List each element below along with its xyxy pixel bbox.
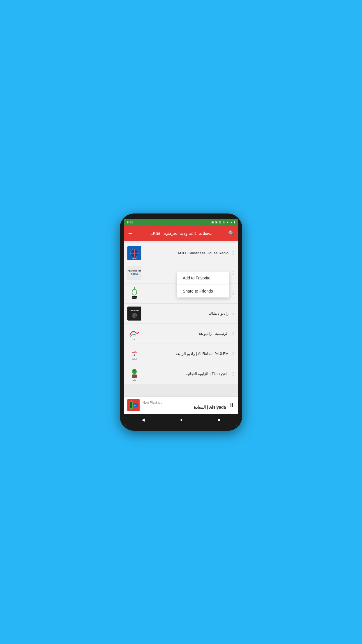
phone-screen: 9:35 ▣ ▣ ▤ ◎ ▼ ▲ ▮ ← محطات إذاعة ولاية ا… [124,219,238,426]
nav-back-button[interactable]: ◀ [142,417,145,422]
sd-icon: ▤ [219,221,222,224]
sim1-icon: ▣ [211,221,214,224]
nav-recent-button[interactable]: ■ [218,417,220,422]
context-menu: Add to Favorite Share to Friends [177,272,229,298]
nav-home-button[interactable]: ● [180,417,182,422]
overlay-dim [124,241,238,396]
svg-text:SD: SD [134,404,137,407]
content-area: FM100 FM100 Sudanese House Radio Khartou… [124,241,238,396]
status-time: 9:35 [127,220,133,224]
add-to-favorite-button[interactable]: Add to Favorite [177,272,229,285]
status-bar: 9:35 ▣ ▣ ▤ ◎ ▼ ▲ ▮ [124,219,238,226]
signal-icon: ▲ [230,221,233,224]
phone-frame: 9:35 ▣ ▣ ▤ ◎ ▼ ▲ ▮ ← محطات إذاعة ولاية ا… [120,214,242,431]
now-playing-name: Alsiyada | السيادة [143,405,226,410]
now-playing-info: Now Playing : Alsiyada | السيادة [143,401,226,410]
now-playing-logo: SD [127,399,140,411]
sim2-icon: ▣ [215,221,218,224]
antenna-icon: ◎ [223,221,225,224]
status-icons: ▣ ▣ ▤ ◎ ▼ ▲ ▮ [211,221,235,224]
pause-button[interactable]: ⏸ [229,402,235,409]
now-playing-bar: SD Now Playing : Alsiyada | السيادة ⏸ [124,396,238,414]
now-playing-label: Now Playing : [143,401,226,404]
app-bar: ← محطات إذاعة ولاية الخرطوم | Kha... 🔍 [124,226,238,241]
battery-icon: ▮ [234,221,235,224]
search-button[interactable]: 🔍 [228,230,235,237]
svg-rect-32 [130,402,132,408]
app-title: محطات إذاعة ولاية الخرطوم | Kha... [136,231,225,236]
share-to-friends-button[interactable]: Share to Friends [177,285,229,298]
back-button[interactable]: ← [127,230,133,237]
nav-bar: ◀ ● ■ [124,414,238,426]
wifi-icon: ▼ [226,221,229,224]
